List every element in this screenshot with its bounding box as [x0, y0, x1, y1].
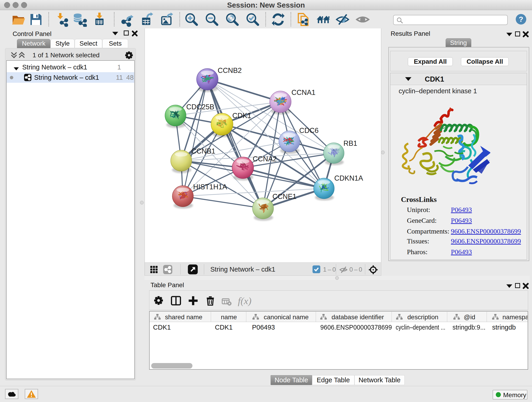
svg-text:CDC25B: CDC25B: [186, 103, 214, 111]
svg-text:CCNB1: CCNB1: [191, 147, 215, 155]
svg-text:CDK1: CDK1: [232, 112, 251, 120]
svg-text:CCNE1: CCNE1: [272, 192, 297, 201]
svg-text:CCNA2: CCNA2: [253, 155, 277, 163]
svg-text:RB1: RB1: [343, 139, 357, 147]
svg-text:CDKN1A: CDKN1A: [334, 174, 363, 182]
svg-text:HIST1H1A: HIST1H1A: [193, 183, 227, 191]
svg-text:CCNB2: CCNB2: [218, 66, 242, 75]
svg-text:CDC6: CDC6: [299, 127, 318, 134]
svg-text:CCNA1: CCNA1: [291, 89, 316, 96]
